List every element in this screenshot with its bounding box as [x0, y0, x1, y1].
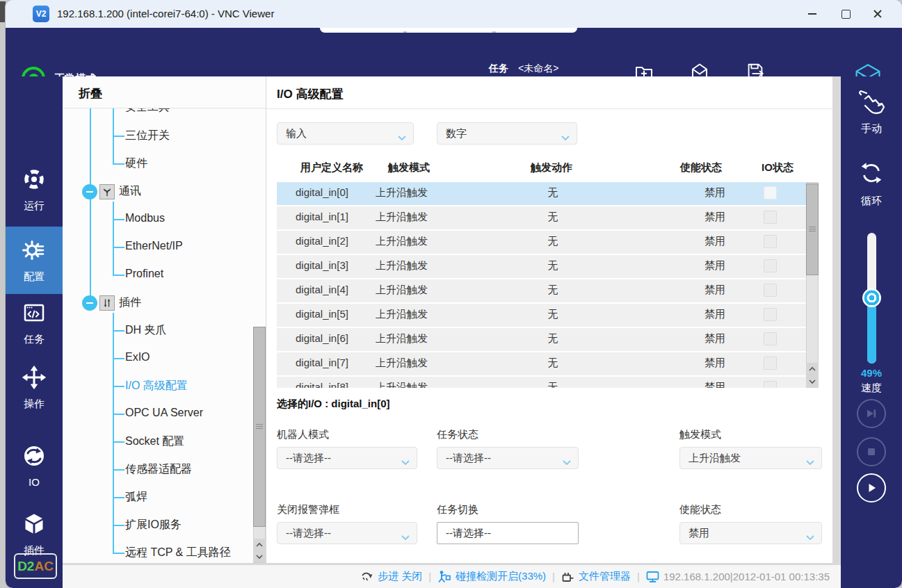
io-advanced-config-panel: I/O 高级配置 输入 数字 用户定义名称 触发模式 触发动作 使能状态 IO状…	[266, 76, 832, 563]
cycle-mode-button[interactable]: 循环	[841, 160, 902, 208]
tree-item[interactable]: DH 夹爪	[63, 321, 252, 341]
notch-tick	[403, 31, 407, 33]
tree-item[interactable]: 三位开关	[63, 126, 252, 146]
tree-item[interactable]: Modbus	[63, 210, 252, 229]
scrollbar-grip	[809, 227, 816, 232]
file-manager-button[interactable]: 文件管理器	[561, 570, 631, 583]
play-button[interactable]	[857, 473, 886, 503]
tree-scrollbar-thumb[interactable]	[253, 327, 266, 527]
trigger-mode-select[interactable]: 上升沿触发	[679, 447, 822, 469]
tree-scroll-up-button[interactable]	[253, 539, 266, 550]
tree-item-group[interactable]: 插件	[63, 293, 252, 313]
table-scroll-down-button[interactable]	[806, 375, 819, 388]
table-scrollbar-thumb[interactable]	[806, 183, 819, 275]
io-state-checkbox[interactable]	[764, 357, 777, 370]
stop-button[interactable]	[857, 437, 886, 466]
sidebar-item-task[interactable]: 任务	[6, 300, 63, 353]
collapse-node[interactable]	[82, 184, 97, 199]
d2ac-badge-part2: AC	[34, 559, 53, 574]
vnc-toolbar-notch[interactable]	[320, 28, 577, 33]
speed-slider-fill	[867, 297, 876, 364]
tree-stub	[113, 525, 124, 526]
tree-item[interactable]: 弧焊	[63, 488, 252, 507]
collision-status[interactable]: 碰撞检测开启(33%)	[437, 570, 546, 583]
config-gear-icon	[22, 238, 47, 266]
column-header: 用户定义名称	[300, 161, 363, 174]
tree-item[interactable]: 硬件	[63, 154, 252, 174]
tree-collapse-header[interactable]: 折叠	[79, 85, 102, 101]
close-button[interactable]	[862, 0, 894, 28]
sidebar-item-io[interactable]: IO	[6, 443, 63, 496]
separator: |	[637, 571, 640, 582]
sidebar-item-label: 配置	[24, 270, 45, 284]
collapse-node[interactable]	[82, 295, 97, 311]
speed-slider-thumb[interactable]	[862, 288, 881, 307]
task-switch-input[interactable]: --请选择--	[437, 522, 579, 544]
io-state-checkbox[interactable]	[764, 284, 777, 297]
task-state-select[interactable]: --请选择--	[437, 447, 579, 469]
io-state-checkbox[interactable]	[764, 186, 777, 199]
table-row[interactable]: digital_in[0]上升沿触发无禁用	[277, 182, 806, 205]
table-row[interactable]: digital_in[3]上升沿触发无禁用	[277, 255, 806, 278]
table-row[interactable]: digital_in[4]上升沿触发无禁用	[277, 279, 806, 302]
tree-item[interactable]: 传感器适配器	[63, 460, 252, 480]
tree-item[interactable]: ExIO	[63, 349, 252, 368]
tree-item[interactable]: OPC UA Server	[63, 405, 252, 424]
connection-status[interactable]: 192.168.1.200|2012-01-01 00:13:35	[646, 571, 830, 583]
table-row[interactable]: digital_in[6]上升沿触发无禁用	[277, 328, 806, 351]
io-state-checkbox[interactable]	[764, 332, 777, 345]
tree-stub	[113, 330, 124, 332]
sidebar-item-config[interactable]: 配置	[6, 227, 63, 294]
chevron-up-icon	[808, 366, 816, 372]
tree-stub	[113, 497, 124, 498]
notch-tick	[492, 31, 496, 33]
d2ac-badge[interactable]: D2AC	[14, 553, 57, 579]
io-state-checkbox[interactable]	[764, 235, 777, 248]
app-header: 正常模式 任务<未命名> 配置default 新建 打开 保存	[6, 28, 902, 76]
table-row[interactable]: digital_in[8]上升沿触发无禁用	[277, 377, 806, 388]
minimize-button[interactable]	[796, 0, 828, 28]
antenna-icon	[99, 184, 115, 199]
tree-item-group[interactable]: 通讯	[63, 182, 252, 202]
sidebar-item-run[interactable]: 运行	[6, 161, 63, 222]
table-row[interactable]: digital_in[5]上升沿触发无禁用	[277, 304, 806, 327]
tree-scroll-down-button[interactable]	[253, 550, 266, 562]
robot-mode-select[interactable]: --请选择--	[277, 447, 417, 469]
sidebar-item-operate[interactable]: 操作	[6, 365, 63, 418]
io-direction-select[interactable]: 输入	[277, 122, 414, 145]
table-scroll-up-button[interactable]	[806, 363, 819, 375]
chevron-down-icon	[401, 456, 410, 468]
tree-stub	[113, 136, 124, 137]
io-state-checkbox[interactable]	[764, 259, 777, 272]
tree-item[interactable]: EtherNet/IP	[63, 238, 252, 257]
tree-item[interactable]: Profinet	[63, 266, 252, 285]
form-field-task-switch: 任务切换 --请选择--	[437, 503, 579, 544]
tree-item[interactable]: Socket 配置	[63, 432, 252, 452]
form-field-trigger-mode: 触发模式 上升沿触发	[679, 428, 822, 469]
tree-stub	[113, 247, 124, 248]
column-header: IO状态	[750, 161, 805, 174]
table-row[interactable]: digital_in[7]上升沿触发无禁用	[277, 352, 806, 375]
close-alarm-select[interactable]: --请选择--	[277, 522, 417, 544]
tree-item[interactable]: 扩展IO服务	[63, 516, 252, 535]
table-row[interactable]: digital_in[1]上升沿触发无禁用	[277, 206, 806, 229]
step-arrow-icon	[361, 571, 373, 582]
maximize-button[interactable]	[830, 0, 862, 28]
form-field-enable-state: 使能状态 禁用	[679, 503, 822, 544]
io-type-select[interactable]: 数字	[437, 122, 577, 145]
io-state-checkbox[interactable]	[764, 211, 777, 224]
tree-stub	[113, 414, 124, 415]
tree-item[interactable]: 远程 TCP & 工具路径	[63, 544, 252, 563]
enable-state-select[interactable]: 禁用	[679, 522, 822, 544]
io-table: digital_in[0]上升沿触发无禁用 digital_in[1]上升沿触发…	[277, 182, 806, 388]
table-row[interactable]: digital_in[2]上升沿触发无禁用	[277, 231, 806, 254]
usb-drive-icon	[561, 571, 574, 583]
tree-item-io-advanced[interactable]: I/O 高级配置	[63, 377, 252, 396]
manual-mode-button[interactable]: 手动	[841, 89, 902, 136]
io-state-checkbox[interactable]	[764, 308, 777, 321]
desktop: V2 192.168.1.200 (intel-corei7-64:0) - V…	[0, 0, 902, 588]
step-forward-button[interactable]	[857, 399, 886, 428]
io-state-checkbox[interactable]	[764, 381, 777, 388]
tree-item[interactable]: 安全工具	[63, 108, 252, 117]
step-status[interactable]: 步进 关闭	[361, 570, 422, 583]
